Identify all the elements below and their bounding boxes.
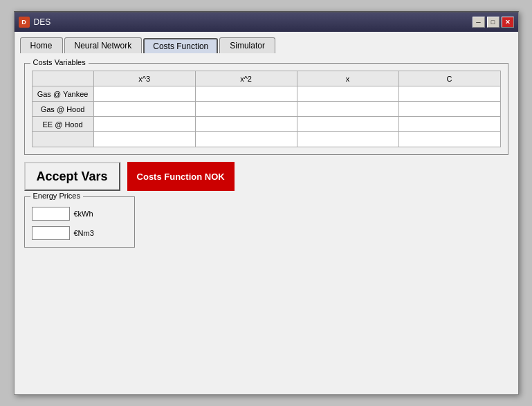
cell-empty-c[interactable] [398, 132, 500, 147]
input-empty-x2[interactable] [196, 132, 297, 147]
energy-input-kwh[interactable] [32, 207, 70, 221]
cell-ee-hood-c[interactable] [398, 117, 500, 132]
title-bar-left: D DES [19, 17, 51, 28]
input-gas-yankee-c[interactable] [399, 86, 500, 101]
cell-gas-hood-x3[interactable] [93, 102, 195, 117]
input-ee-hood-c[interactable] [399, 117, 500, 131]
main-window: D DES ─ □ ✕ Home Neural Network Costs Fu… [14, 11, 519, 395]
table-row: Gas @ Yankee [32, 86, 500, 102]
minimize-button[interactable]: ─ [473, 17, 485, 28]
cell-gas-yankee-x3[interactable] [93, 86, 195, 102]
cell-gas-hood-c[interactable] [398, 102, 500, 117]
input-gas-yankee-x2[interactable] [196, 86, 297, 101]
window-body: Home Neural Network Costs Function Simul… [15, 32, 518, 394]
col-header-c: C [398, 71, 500, 86]
input-gas-hood-c[interactable] [399, 102, 500, 116]
energy-prices-fieldset: Energy Prices €kWh €Nm3 [24, 196, 135, 248]
title-bar: D DES ─ □ ✕ [15, 12, 518, 32]
app-icon: D [19, 17, 30, 28]
col-header-x3: x^3 [93, 71, 195, 86]
col-header-x: x [297, 71, 398, 86]
window-controls: ─ □ ✕ [473, 17, 514, 28]
maximize-button[interactable]: □ [487, 17, 499, 28]
energy-row-nm3: €Nm3 [32, 226, 127, 240]
cell-empty-x3[interactable] [93, 132, 195, 147]
tab-home[interactable]: Home [20, 37, 63, 53]
input-ee-hood-x3[interactable] [94, 117, 195, 131]
costs-variables-fieldset: Costs Variables x^3 x^2 x C Gas @ [24, 63, 508, 155]
input-ee-hood-x[interactable] [297, 117, 398, 131]
table-row: Gas @ Hood [32, 102, 500, 117]
close-button[interactable]: ✕ [502, 17, 514, 28]
cell-ee-hood-x[interactable] [297, 117, 398, 132]
cell-gas-yankee-x2[interactable] [195, 86, 297, 102]
row-label-gas-yankee: Gas @ Yankee [32, 86, 93, 102]
input-empty-x[interactable] [297, 132, 398, 147]
cell-empty-x2[interactable] [195, 132, 297, 147]
input-ee-hood-x2[interactable] [196, 117, 297, 131]
cell-ee-hood-x3[interactable] [93, 117, 195, 132]
tab-neural-network[interactable]: Neural Network [64, 37, 143, 53]
energy-input-nm3[interactable] [32, 226, 70, 240]
row-label-gas-hood: Gas @ Hood [32, 102, 93, 117]
cell-empty-x[interactable] [297, 132, 398, 147]
col-header-x2: x^2 [195, 71, 297, 86]
input-gas-yankee-x[interactable] [297, 86, 398, 101]
table-row [32, 132, 500, 147]
status-row: Accept Vars Costs Function NOK [24, 162, 508, 191]
energy-label-nm3: €Nm3 [74, 229, 94, 237]
cell-gas-yankee-c[interactable] [398, 86, 500, 102]
cell-ee-hood-x2[interactable] [195, 117, 297, 132]
costs-table: x^3 x^2 x C Gas @ Yankee [32, 71, 501, 147]
input-empty-x3[interactable] [94, 132, 195, 147]
tab-costs-function[interactable]: Costs Function [143, 38, 218, 53]
input-gas-hood-x3[interactable] [94, 102, 195, 116]
tab-simulator[interactable]: Simulator [219, 37, 275, 53]
cell-gas-hood-x[interactable] [297, 102, 398, 117]
costs-variables-legend: Costs Variables [30, 58, 89, 66]
input-empty-c[interactable] [399, 132, 500, 147]
energy-row-kwh: €kWh [32, 207, 127, 221]
col-header-empty [32, 71, 93, 86]
bottom-area: Accept Vars Costs Function NOK Energy Pr… [24, 162, 508, 248]
energy-prices-legend: Energy Prices [30, 192, 83, 200]
table-row: EE @ Hood [32, 117, 500, 132]
costs-function-status-badge[interactable]: Costs Function NOK [127, 162, 235, 191]
input-gas-yankee-x3[interactable] [94, 86, 195, 101]
main-content: Costs Variables x^3 x^2 x C Gas @ [20, 59, 513, 389]
row-label-empty [32, 132, 93, 147]
row-label-ee-hood: EE @ Hood [32, 117, 93, 132]
window-title: DES [34, 17, 51, 27]
input-gas-hood-x[interactable] [297, 102, 398, 116]
table-header-row: x^3 x^2 x C [32, 71, 500, 86]
energy-label-kwh: €kWh [74, 210, 93, 218]
cell-gas-hood-x2[interactable] [195, 102, 297, 117]
input-gas-hood-x2[interactable] [196, 102, 297, 116]
tab-bar: Home Neural Network Costs Function Simul… [20, 37, 513, 53]
cell-gas-yankee-x[interactable] [297, 86, 398, 102]
accept-vars-button[interactable]: Accept Vars [24, 162, 120, 191]
